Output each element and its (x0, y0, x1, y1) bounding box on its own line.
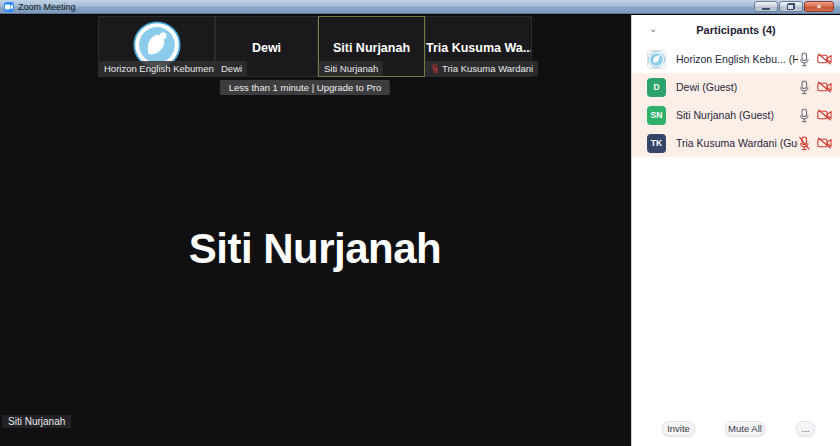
participant-name: Dewi (Guest) (676, 81, 737, 93)
mic-on-icon (798, 80, 810, 95)
video-off-icon (817, 109, 832, 121)
participant-status-icons (798, 108, 832, 123)
invite-button[interactable]: Invite (662, 421, 695, 436)
participant-avatar: TK (647, 134, 666, 153)
participant-avatar-logo (647, 50, 666, 69)
participant-avatar: D (647, 78, 666, 97)
participant-row-siti[interactable]: SN Siti Nurjanah (Guest) (632, 101, 840, 129)
participants-header: ⌄ Participants (4) (632, 15, 840, 45)
participants-footer: Invite Mute All ... (632, 421, 840, 439)
video-off-icon (817, 53, 832, 65)
stage-name-label: Siti Nurjanah (2, 415, 71, 428)
video-tile-name-label: Horizon English Kebumen (99, 61, 219, 76)
video-stage: Horizon English Kebumen Dewi Dewi Siti N… (0, 15, 631, 446)
mic-on-icon (798, 108, 810, 123)
close-button[interactable]: × (804, 1, 834, 12)
participant-status-icons (798, 52, 832, 67)
more-options-button[interactable]: ... (796, 421, 815, 436)
mic-muted-icon (798, 136, 810, 151)
video-off-icon (817, 137, 832, 149)
tile-display-name: Tria Kusuma Wa... (426, 41, 531, 55)
window-title: Zoom Meeting (18, 0, 76, 14)
mute-all-button[interactable]: Mute All (725, 421, 765, 436)
participant-name: Horizon English Kebu... (Host, me) (676, 53, 798, 65)
participant-row-host[interactable]: Horizon English Kebu... (Host, me) (632, 45, 840, 73)
mic-on-icon (798, 52, 810, 67)
participant-avatar: SN (647, 106, 666, 125)
minimize-button[interactable] (754, 1, 778, 12)
video-tile-horizon[interactable]: Horizon English Kebumen (98, 16, 215, 77)
participants-list: Horizon English Kebu... (Host, me) D Dew… (632, 45, 840, 157)
window-controls: × (754, 1, 834, 12)
participant-status-icons (798, 80, 832, 95)
participant-row-tria[interactable]: TK Tria Kusuma Wardani (Guest) (632, 129, 840, 157)
trial-upgrade-notice[interactable]: Less than 1 minute | Upgrade to Pro (220, 80, 390, 95)
muted-mic-icon (431, 63, 439, 74)
video-tile-dewi[interactable]: Dewi Dewi (215, 16, 318, 77)
video-tile-tria[interactable]: Tria Kusuma Wa... Tria Kusuma Wardani (425, 16, 532, 77)
participant-row-dewi[interactable]: D Dewi (Guest) (632, 73, 840, 101)
participant-status-icons (798, 136, 832, 151)
participant-name: Tria Kusuma Wardani (Guest) (676, 137, 798, 149)
active-speaker-name: Siti Nurjanah (189, 225, 442, 273)
restore-button[interactable] (779, 1, 803, 12)
zoom-app-icon (4, 2, 14, 12)
participant-name: Siti Nurjanah (Guest) (676, 109, 774, 121)
tile-display-name: Siti Nurjanah (319, 41, 424, 55)
video-tile-name-label: Dewi (216, 61, 247, 76)
participants-title: Participants (4) (632, 24, 840, 36)
tile-display-name: Dewi (216, 41, 317, 55)
zoom-meeting-window: Zoom Meeting × Horizon English Kebumen D… (0, 0, 840, 446)
participants-panel: ⌄ Participants (4) Horizon English Kebu.… (631, 15, 840, 446)
video-tile-name-label: Siti Nurjanah (319, 61, 383, 76)
title-bar[interactable]: Zoom Meeting × (0, 0, 840, 14)
video-tile-name-label: Tria Kusuma Wardani (426, 61, 538, 76)
video-off-icon (817, 81, 832, 93)
video-tile-siti-active-speaker[interactable]: Siti Nurjanah Siti Nurjanah (318, 16, 425, 77)
